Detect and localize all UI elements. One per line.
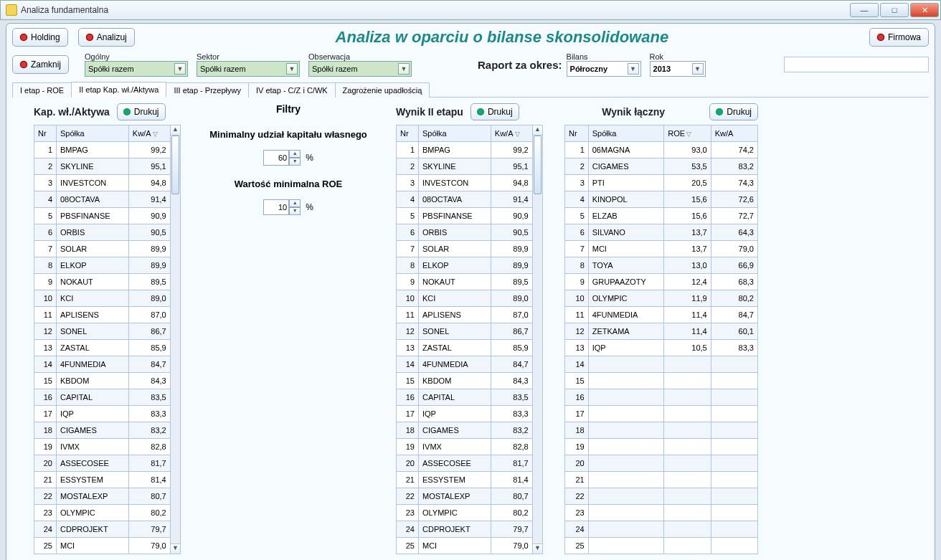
table-row[interactable]: 18 <box>565 422 758 439</box>
table-row[interactable]: 3INVESTCON94,8 <box>397 175 533 191</box>
table-row[interactable]: 24CDPROJEKT79,7 <box>34 521 171 538</box>
col-header[interactable]: Kw/A▽ <box>491 125 532 142</box>
table-row[interactable]: 16CAPITAL83,5 <box>397 389 533 406</box>
obserwacja-combo[interactable]: Spółki razem▼ <box>308 61 412 77</box>
tab-3[interactable]: IV etap - C/Z i C/WK <box>248 82 336 98</box>
table-row[interactable]: 24CDPROJEKT79,7 <box>397 521 533 538</box>
maximize-button[interactable]: □ <box>880 3 909 17</box>
minimize-button[interactable]: — <box>850 3 879 17</box>
table-row[interactable]: 144FUNMEDIA84,7 <box>397 356 533 373</box>
col-header[interactable]: ROE▽ <box>664 125 711 142</box>
table-row[interactable]: 114FUNMEDIA11,484,7 <box>565 307 758 323</box>
table-row[interactable]: 1BMPAG99,2 <box>397 142 533 158</box>
table-row[interactable]: 7SOLAR89,9 <box>34 241 171 257</box>
analizuj-button[interactable]: Analizuj <box>78 28 135 47</box>
table-row[interactable]: 12SONEL86,7 <box>34 323 171 340</box>
table-row[interactable]: 21ESSYSTEM81,4 <box>397 472 533 488</box>
table-row[interactable]: 144FUNMEDIA84,7 <box>34 356 171 373</box>
up-icon[interactable]: ▲ <box>289 150 301 158</box>
col-header[interactable]: Kw/A▽ <box>128 125 170 142</box>
table-row[interactable]: 18CIGAMES83,2 <box>397 422 533 439</box>
col-header[interactable]: Kw/A <box>711 125 757 142</box>
table-row[interactable]: 5ELZAB15,672,7 <box>565 208 758 224</box>
table-row[interactable]: 15 <box>565 373 758 389</box>
firmowa-button[interactable]: Firmowa <box>869 28 929 47</box>
table-row[interactable]: 22 <box>565 488 758 505</box>
holding-button[interactable]: Holding <box>12 28 68 47</box>
close-window-button[interactable]: ✕ <box>910 3 939 17</box>
sektor-combo[interactable]: Spółki razem▼ <box>197 61 300 77</box>
table-row[interactable]: 5PBSFINANSE90,9 <box>34 208 171 224</box>
table-row[interactable]: 14 <box>565 356 758 373</box>
tab-2[interactable]: III etap - Przepływy <box>166 82 249 98</box>
tab-4[interactable]: Zagrożenie upadłością <box>335 82 430 98</box>
table-row[interactable]: 10KCI89,0 <box>34 290 171 307</box>
table-row[interactable]: 106MAGNA93,074,2 <box>565 142 758 158</box>
table-row[interactable]: 23OLYMPIC80,2 <box>34 505 171 521</box>
col-header[interactable]: Nr <box>34 125 57 142</box>
table-row[interactable]: 13ZASTAL85,9 <box>397 340 533 356</box>
table-row[interactable]: 6SILVANO13,764,3 <box>565 224 758 241</box>
table-row[interactable]: 21ESSYSTEM81,4 <box>34 472 171 488</box>
table-row[interactable]: 25MCI79,0 <box>34 538 171 554</box>
table-row[interactable]: 2SKYLINE95,1 <box>397 158 533 175</box>
table-row[interactable]: 17 <box>565 406 758 422</box>
t2-scrollbar[interactable]: ▲▼ <box>533 125 543 554</box>
table-row[interactable]: 1BMPAG99,2 <box>34 142 171 158</box>
table-row[interactable]: 12ZETKAMA11,460,1 <box>565 323 758 340</box>
filter2-input[interactable] <box>263 199 289 215</box>
table-row[interactable]: 9NOKAUT89,5 <box>34 274 171 290</box>
table-row[interactable]: 22MOSTALEXP80,7 <box>397 488 533 505</box>
t2-print-button[interactable]: Drukuj <box>471 103 519 120</box>
t1-scrollbar[interactable]: ▲▼ <box>171 125 181 554</box>
table-row[interactable]: 25MCI79,0 <box>397 538 533 554</box>
table-row[interactable]: 22MOSTALEXP80,7 <box>34 488 171 505</box>
down-icon[interactable]: ▼ <box>289 207 301 215</box>
table-row[interactable]: 23OLYMPIC80,2 <box>397 505 533 521</box>
table-row[interactable]: 9NOKAUT89,5 <box>397 274 533 290</box>
bilans-combo[interactable]: Półroczny▼ <box>567 61 641 77</box>
col-header[interactable]: Spółka <box>419 125 491 142</box>
col-header[interactable]: Spółka <box>57 125 129 142</box>
table-row[interactable]: 4KINOPOL15,672,6 <box>565 191 758 208</box>
table-row[interactable]: 10KCI89,0 <box>397 290 533 307</box>
table-row[interactable]: 9GRUPAAZOTY12,468,3 <box>565 274 758 290</box>
col-header[interactable]: Spółka <box>588 125 664 142</box>
table-row[interactable]: 10OLYMPIC11,980,2 <box>565 290 758 307</box>
table-row[interactable]: 24 <box>565 521 758 538</box>
search-input[interactable] <box>784 57 929 72</box>
table-row[interactable]: 408OCTAVA91,4 <box>34 191 171 208</box>
table-row[interactable]: 20ASSECOSEE81,7 <box>397 455 533 472</box>
table-row[interactable]: 2SKYLINE95,1 <box>34 158 171 175</box>
down-icon[interactable]: ▼ <box>289 158 301 166</box>
table-row[interactable]: 7MCI13,779,0 <box>565 241 758 257</box>
filter1-stepper[interactable]: ▲▼ <box>263 150 301 166</box>
table-row[interactable]: 16CAPITAL83,5 <box>34 389 171 406</box>
table-row[interactable]: 15KBDOM84,3 <box>34 373 171 389</box>
table-row[interactable]: 19 <box>565 439 758 455</box>
table-row[interactable]: 20 <box>565 455 758 472</box>
ogolny-combo[interactable]: Spółki razem▼ <box>85 61 188 77</box>
table-row[interactable]: 23 <box>565 505 758 521</box>
table-row[interactable]: 8ELKOP89,9 <box>397 257 533 274</box>
table-row[interactable]: 11APLISENS87,0 <box>34 307 171 323</box>
table-row[interactable]: 11APLISENS87,0 <box>397 307 533 323</box>
table-row[interactable]: 20ASSECOSEE81,7 <box>34 455 171 472</box>
t3-print-button[interactable]: Drukuj <box>709 103 758 120</box>
table-row[interactable]: 6ORBIS90,5 <box>397 224 533 241</box>
table-row[interactable]: 17IQP83,3 <box>397 406 533 422</box>
table-row[interactable]: 408OCTAVA91,4 <box>397 191 533 208</box>
table-row[interactable]: 19IVMX82,8 <box>397 439 533 455</box>
table-row[interactable]: 3PTI20,574,3 <box>565 175 758 191</box>
rok-combo[interactable]: 2013▼ <box>650 61 706 77</box>
col-header[interactable]: Nr <box>565 125 589 142</box>
table-row[interactable]: 16 <box>565 389 758 406</box>
t1-print-button[interactable]: Drukuj <box>117 103 166 120</box>
table-row[interactable]: 2CIGAMES53,583,2 <box>565 158 758 175</box>
col-header[interactable]: Nr <box>397 125 419 142</box>
zamknij-button[interactable]: Zamknij <box>12 55 69 74</box>
filter2-stepper[interactable]: ▲▼ <box>263 199 301 215</box>
table-row[interactable]: 8TOYA13,066,9 <box>565 257 758 274</box>
table-row[interactable]: 21 <box>565 472 758 488</box>
table-row[interactable]: 6ORBIS90,5 <box>34 224 171 241</box>
